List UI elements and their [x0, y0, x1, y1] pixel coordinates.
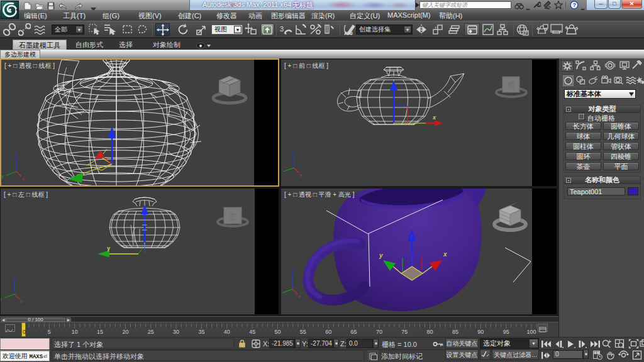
svg-text:x: x	[298, 293, 301, 299]
svg-text:?: ?	[572, 2, 576, 8]
svg-text:y: y	[1, 296, 2, 302]
svg-text:ABC: ABC	[345, 31, 353, 35]
svg-text:y: y	[1, 173, 4, 179]
svg-text:z: z	[291, 268, 294, 274]
svg-text:x: x	[20, 299, 23, 304]
svg-text:z: z	[410, 233, 413, 239]
svg-text:z: z	[13, 273, 16, 279]
svg-text:x: x	[443, 251, 447, 258]
svg-text:x: x	[299, 172, 302, 178]
svg-text:左: 左	[228, 212, 236, 221]
svg-text:z: z	[292, 147, 295, 153]
svg-text:x: x	[432, 114, 436, 121]
svg-text:x: x	[22, 176, 25, 182]
svg-text:3: 3	[280, 25, 284, 33]
svg-text:前: 前	[507, 80, 515, 90]
svg-text:z: z	[15, 151, 18, 156]
svg-text:y: y	[107, 245, 110, 251]
svg-text:y: y	[379, 252, 383, 259]
